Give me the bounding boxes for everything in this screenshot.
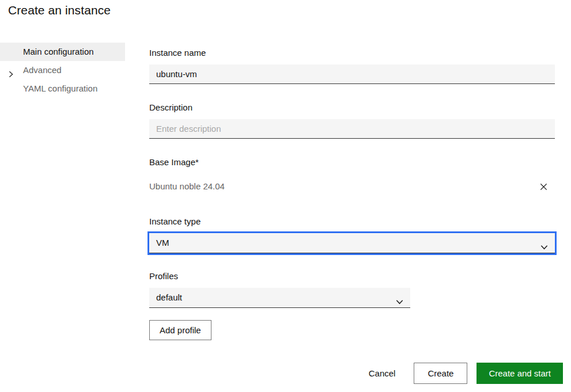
base-image-value: Ubuntu noble 24.04 (149, 181, 225, 191)
description-label: Description (149, 102, 192, 112)
nav-item-label: Advanced (0, 61, 125, 79)
cancel-button[interactable]: Cancel (360, 363, 405, 384)
create-button[interactable]: Create (414, 363, 467, 384)
nav-item-main-configuration[interactable]: Main configuration (0, 43, 125, 61)
chevron-down-icon (540, 239, 549, 248)
main-configuration-form: Instance name Description Base Image* Ub… (149, 0, 555, 392)
description-input[interactable] (149, 119, 555, 139)
profiles-label: Profiles (149, 271, 178, 281)
nav-item-yaml-configuration[interactable]: YAML configuration (0, 79, 125, 98)
chevron-right-icon (7, 66, 15, 74)
create-and-start-button[interactable]: Create and start (477, 363, 563, 384)
instance-name-input[interactable] (149, 64, 555, 84)
instance-type-selected-value: VM (156, 238, 169, 248)
base-image-label: Base Image* (149, 157, 199, 167)
profiles-select[interactable]: default (149, 288, 410, 308)
form-section-nav: Main configuration Advanced YAML configu… (0, 43, 125, 98)
base-image-row: Ubuntu noble 24.04 (149, 178, 555, 195)
chevron-down-icon (395, 294, 404, 302)
profiles-selected-value: default (156, 292, 182, 302)
form-footer: Cancel Create Create and start (360, 363, 563, 384)
instance-type-select[interactable]: VM (149, 233, 555, 253)
close-icon[interactable] (535, 178, 551, 195)
nav-item-label: YAML configuration (0, 79, 125, 98)
instance-type-label: Instance type (149, 216, 201, 226)
instance-name-label: Instance name (149, 48, 206, 58)
add-profile-button[interactable]: Add profile (149, 320, 211, 340)
nav-item-advanced[interactable]: Advanced (0, 61, 125, 79)
nav-item-label: Main configuration (0, 43, 125, 61)
page-title: Create an instance (8, 3, 111, 17)
